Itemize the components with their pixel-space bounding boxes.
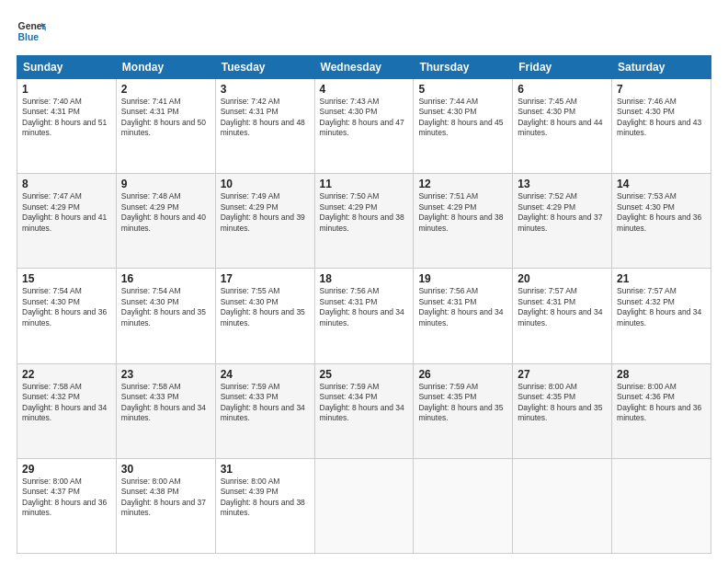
calendar-day-cell: 20Sunrise: 7:57 AMSunset: 4:31 PMDayligh… (513, 269, 612, 363)
day-info: Sunrise: 8:00 AMSunset: 4:36 PMDaylight:… (617, 382, 706, 424)
calendar-day-cell: 22Sunrise: 7:58 AMSunset: 4:32 PMDayligh… (17, 363, 117, 458)
calendar-day-cell: 3Sunrise: 7:42 AMSunset: 4:31 PMDaylight… (215, 79, 314, 174)
calendar-week-row: 8Sunrise: 7:47 AMSunset: 4:29 PMDaylight… (17, 174, 711, 269)
calendar-day-cell: 30Sunrise: 8:00 AMSunset: 4:38 PMDayligh… (116, 458, 215, 553)
calendar-day-cell (513, 458, 612, 553)
day-number: 26 (418, 368, 507, 381)
day-number: 10 (221, 178, 310, 190)
calendar-day-cell: 11Sunrise: 7:50 AMSunset: 4:29 PMDayligh… (314, 174, 414, 269)
calendar-day-cell: 10Sunrise: 7:49 AMSunset: 4:29 PMDayligh… (215, 174, 314, 269)
calendar-day-cell: 15Sunrise: 7:54 AMSunset: 4:30 PMDayligh… (17, 269, 117, 363)
calendar-day-cell: 29Sunrise: 8:00 AMSunset: 4:37 PMDayligh… (17, 458, 117, 553)
calendar-day-cell: 24Sunrise: 7:59 AMSunset: 4:33 PMDayligh… (215, 363, 314, 458)
day-number: 19 (418, 272, 507, 285)
day-info: Sunrise: 7:41 AMSunset: 4:31 PMDaylight:… (121, 97, 210, 139)
day-number: 25 (320, 368, 409, 381)
day-info: Sunrise: 8:00 AMSunset: 4:38 PMDaylight:… (121, 477, 210, 519)
day-info: Sunrise: 7:47 AMSunset: 4:29 PMDaylight:… (22, 191, 111, 234)
day-number: 13 (518, 178, 607, 190)
calendar-day-cell (414, 458, 513, 553)
weekday-header: Saturday (612, 56, 711, 79)
weekday-header: Monday (116, 56, 215, 79)
calendar-day-cell: 7Sunrise: 7:46 AMSunset: 4:30 PMDaylight… (612, 79, 711, 174)
day-info: Sunrise: 7:56 AMSunset: 4:31 PMDaylight:… (418, 286, 507, 328)
day-info: Sunrise: 7:40 AMSunset: 4:31 PMDaylight:… (22, 97, 111, 139)
day-info: Sunrise: 7:54 AMSunset: 4:30 PMDaylight:… (121, 286, 210, 328)
day-number: 28 (617, 368, 706, 381)
calendar-day-cell: 21Sunrise: 7:57 AMSunset: 4:32 PMDayligh… (612, 269, 711, 363)
day-info: Sunrise: 7:59 AMSunset: 4:34 PMDaylight:… (320, 382, 409, 424)
day-info: Sunrise: 7:43 AMSunset: 4:30 PMDaylight:… (320, 97, 409, 139)
day-number: 6 (518, 83, 607, 96)
svg-text:Blue: Blue (18, 32, 40, 42)
day-number: 23 (121, 368, 210, 381)
calendar-header: SundayMondayTuesdayWednesdayThursdayFrid… (17, 56, 711, 79)
day-number: 29 (22, 463, 111, 476)
day-info: Sunrise: 7:45 AMSunset: 4:30 PMDaylight:… (518, 97, 607, 139)
day-info: Sunrise: 7:54 AMSunset: 4:30 PMDaylight:… (22, 286, 111, 328)
day-info: Sunrise: 7:58 AMSunset: 4:32 PMDaylight:… (22, 382, 111, 424)
calendar-day-cell: 9Sunrise: 7:48 AMSunset: 4:29 PMDaylight… (116, 174, 215, 269)
calendar-day-cell: 2Sunrise: 7:41 AMSunset: 4:31 PMDaylight… (116, 79, 215, 174)
day-info: Sunrise: 7:44 AMSunset: 4:30 PMDaylight:… (418, 97, 507, 139)
calendar-day-cell: 1Sunrise: 7:40 AMSunset: 4:31 PMDaylight… (17, 79, 117, 174)
day-info: Sunrise: 7:48 AMSunset: 4:29 PMDaylight:… (121, 191, 210, 234)
calendar-day-cell: 13Sunrise: 7:52 AMSunset: 4:29 PMDayligh… (513, 174, 612, 269)
day-info: Sunrise: 7:42 AMSunset: 4:31 PMDaylight:… (221, 97, 310, 139)
day-number: 18 (320, 272, 409, 285)
page-header: General Blue (17, 17, 711, 46)
day-number: 21 (617, 272, 706, 285)
calendar-body: 1Sunrise: 7:40 AMSunset: 4:31 PMDaylight… (17, 79, 711, 554)
day-info: Sunrise: 7:56 AMSunset: 4:31 PMDaylight:… (320, 286, 409, 328)
calendar-day-cell (612, 458, 711, 553)
day-info: Sunrise: 7:53 AMSunset: 4:30 PMDaylight:… (617, 191, 706, 234)
calendar-day-cell: 26Sunrise: 7:59 AMSunset: 4:35 PMDayligh… (414, 363, 513, 458)
day-number: 3 (221, 83, 310, 96)
day-info: Sunrise: 8:00 AMSunset: 4:39 PMDaylight:… (221, 477, 310, 519)
calendar-day-cell: 16Sunrise: 7:54 AMSunset: 4:30 PMDayligh… (116, 269, 215, 363)
calendar-week-row: 29Sunrise: 8:00 AMSunset: 4:37 PMDayligh… (17, 458, 711, 553)
calendar-day-cell: 17Sunrise: 7:55 AMSunset: 4:30 PMDayligh… (215, 269, 314, 363)
weekday-header: Tuesday (215, 56, 314, 79)
calendar-day-cell: 18Sunrise: 7:56 AMSunset: 4:31 PMDayligh… (314, 269, 414, 363)
weekday-header: Thursday (414, 56, 513, 79)
day-info: Sunrise: 8:00 AMSunset: 4:37 PMDaylight:… (22, 477, 111, 519)
calendar-week-row: 15Sunrise: 7:54 AMSunset: 4:30 PMDayligh… (17, 269, 711, 363)
day-info: Sunrise: 7:49 AMSunset: 4:29 PMDaylight:… (221, 191, 310, 234)
day-number: 15 (22, 272, 111, 285)
calendar-day-cell: 25Sunrise: 7:59 AMSunset: 4:34 PMDayligh… (314, 363, 414, 458)
day-number: 20 (518, 272, 607, 285)
day-number: 9 (121, 178, 210, 190)
day-info: Sunrise: 7:59 AMSunset: 4:33 PMDaylight:… (221, 382, 310, 424)
logo-icon: General Blue (17, 17, 46, 46)
calendar-table: SundayMondayTuesdayWednesdayThursdayFrid… (17, 55, 711, 554)
day-info: Sunrise: 7:50 AMSunset: 4:29 PMDaylight:… (320, 191, 409, 234)
calendar-day-cell (314, 458, 414, 553)
day-number: 27 (518, 368, 607, 381)
day-number: 30 (121, 463, 210, 476)
calendar-day-cell: 27Sunrise: 8:00 AMSunset: 4:35 PMDayligh… (513, 363, 612, 458)
calendar-week-row: 22Sunrise: 7:58 AMSunset: 4:32 PMDayligh… (17, 363, 711, 458)
day-number: 14 (617, 178, 706, 190)
day-info: Sunrise: 7:46 AMSunset: 4:30 PMDaylight:… (617, 97, 706, 139)
weekday-header: Wednesday (314, 56, 414, 79)
day-number: 16 (121, 272, 210, 285)
calendar-day-cell: 12Sunrise: 7:51 AMSunset: 4:29 PMDayligh… (414, 174, 513, 269)
day-info: Sunrise: 7:57 AMSunset: 4:31 PMDaylight:… (518, 286, 607, 328)
calendar-day-cell: 14Sunrise: 7:53 AMSunset: 4:30 PMDayligh… (612, 174, 711, 269)
day-number: 17 (221, 272, 310, 285)
calendar-day-cell: 28Sunrise: 8:00 AMSunset: 4:36 PMDayligh… (612, 363, 711, 458)
day-number: 24 (221, 368, 310, 381)
calendar-day-cell: 5Sunrise: 7:44 AMSunset: 4:30 PMDaylight… (414, 79, 513, 174)
day-number: 22 (22, 368, 111, 381)
calendar-day-cell: 8Sunrise: 7:47 AMSunset: 4:29 PMDaylight… (17, 174, 117, 269)
day-number: 31 (221, 463, 310, 476)
weekday-header: Sunday (17, 56, 117, 79)
day-number: 7 (617, 83, 706, 96)
day-info: Sunrise: 7:59 AMSunset: 4:35 PMDaylight:… (418, 382, 507, 424)
weekday-header: Friday (513, 56, 612, 79)
calendar-week-row: 1Sunrise: 7:40 AMSunset: 4:31 PMDaylight… (17, 79, 711, 174)
day-info: Sunrise: 7:57 AMSunset: 4:32 PMDaylight:… (617, 286, 706, 328)
calendar-day-cell: 6Sunrise: 7:45 AMSunset: 4:30 PMDaylight… (513, 79, 612, 174)
day-number: 11 (320, 178, 409, 190)
